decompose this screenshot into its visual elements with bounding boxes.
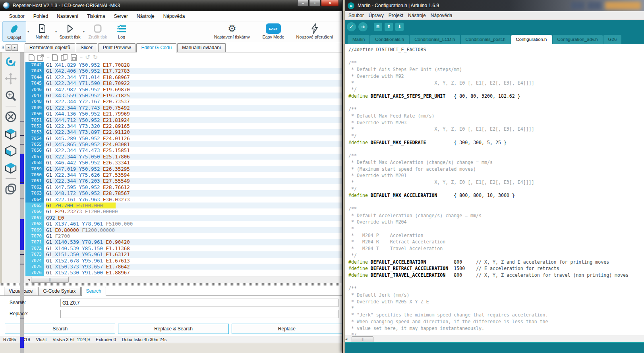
gcode-line[interactable]: 7064G1 X22.161 Y76.963 E30.03273 bbox=[25, 197, 342, 203]
upload-dropdown[interactable]: ▾ bbox=[54, 21, 58, 42]
minimize-button[interactable]: – bbox=[297, 0, 309, 7]
file-tab-configuration-adv-h[interactable]: Configuration_adv.h bbox=[553, 35, 603, 44]
file-tab-configuration-h[interactable]: Configuration.h bbox=[511, 35, 552, 44]
gcode-line[interactable]: 7053G1 X22.344 Y73.897 E22.91120 bbox=[25, 129, 342, 135]
spinner-left-button[interactable]: ◄ bbox=[6, 44, 12, 51]
minimize-button[interactable] bbox=[571, 2, 584, 10]
cube-front-icon[interactable] bbox=[4, 144, 17, 158]
gcode-line[interactable]: 7057G1 X22.344 Y75.050 E25.17806 bbox=[25, 154, 342, 160]
gcode-line[interactable]: 7067G92 E0 bbox=[25, 215, 342, 221]
upload-button[interactable]: Nahrát bbox=[30, 21, 54, 42]
tab-manu-ln-ovl-d-n-[interactable]: Manuální ovládání bbox=[177, 43, 226, 52]
gcode-line[interactable]: 7073G1 X151.350 Y95.961 E1.63121 bbox=[25, 251, 342, 257]
gcode-line[interactable]: 7068G1 X137.461 Y78.961 F5100.000 bbox=[25, 221, 342, 227]
start-print-dropdown[interactable]: ▾ bbox=[82, 21, 86, 42]
upload-arrow-icon[interactable]: ➜ bbox=[358, 22, 367, 31]
tab-rozm-st-n-objekt-[interactable]: Rozmístění objektů bbox=[25, 43, 75, 52]
file-tab-conditionals-h[interactable]: Conditionals.h bbox=[370, 35, 409, 44]
spinner-right-button[interactable]: ► bbox=[12, 44, 18, 51]
maximize-button[interactable] bbox=[588, 2, 601, 10]
gcode-line[interactable]: 7056G1 X22.344 Y74.473 E25.15851 bbox=[25, 147, 342, 153]
menu--pravy[interactable]: Úpravy bbox=[366, 12, 386, 19]
save-icon[interactable] bbox=[71, 54, 77, 61]
verify-check-icon[interactable]: ✓ bbox=[347, 22, 356, 31]
repetier-titlebar[interactable]: Repetier-Host V2.1.3 - LCD-cover-ORIGINA… bbox=[0, 0, 342, 11]
menu-n-pov-da[interactable]: Nápověda bbox=[159, 12, 190, 21]
fit-view-icon[interactable] bbox=[4, 110, 17, 123]
gcode-line[interactable]: 7054G1 X45.289 Y50.952 E24.01126 bbox=[25, 135, 342, 141]
menu-projekt[interactable]: Projekt bbox=[386, 12, 406, 19]
file-tab-g26[interactable]: G26 bbox=[603, 35, 622, 44]
gcode-line[interactable]: 7050G1 X44.136 Y50.952 E21.79969 bbox=[25, 111, 342, 117]
menu-n-stroje[interactable]: Nástroje bbox=[132, 12, 159, 21]
start-print-button[interactable]: Spustit tisk bbox=[58, 21, 82, 42]
replace-search-button[interactable]: Replace & Search bbox=[118, 324, 228, 334]
gcode-line[interactable]: 7059G1 X47.019 Y50.952 E26.35295 bbox=[25, 166, 342, 172]
tab-slicer[interactable]: Slicer bbox=[76, 43, 97, 52]
move-icon[interactable] bbox=[4, 72, 17, 85]
gcode-line[interactable]: 7058G1 X46.442 Y50.952 E26.33341 bbox=[25, 160, 342, 166]
code-editor[interactable]: //#define DISTINCT_E_FACTORS /** * Defau… bbox=[343, 44, 644, 336]
gcode-line[interactable]: 7047G1 X43.559 Y50.952 E19.71825 bbox=[25, 93, 342, 98]
copy-icon[interactable] bbox=[61, 54, 68, 61]
gcode-line[interactable]: 7042G1 X41.829 Y50.952 E17.70828 bbox=[25, 62, 342, 68]
gcode-line[interactable]: 7066G1 E29.23273 F1200.00000 bbox=[25, 208, 342, 214]
gcode-line[interactable]: 7069G1 E0.80000 F1200.00000 bbox=[25, 227, 342, 233]
gcode-line[interactable]: 7071G1 X140.539 Y78.961 E0.90420 bbox=[25, 239, 342, 245]
gcode-line[interactable]: 7045G1 X22.344 Y71.590 E18.70922 bbox=[25, 80, 342, 86]
bottom-tab-search[interactable]: Search bbox=[81, 287, 106, 296]
gcode-line[interactable]: 7062G1 X47.595 Y50.952 E28.76612 bbox=[25, 184, 342, 190]
printer-settings-button[interactable]: ⚙ Nastavení tiskárny bbox=[210, 21, 254, 42]
disconnect-dropdown[interactable]: ▾ bbox=[26, 21, 30, 42]
export-icon[interactable] bbox=[37, 54, 44, 61]
arduino-hscrollbar[interactable]: ◄ bbox=[343, 336, 644, 342]
bottom-tab-g-code-syntax[interactable]: G-Code Syntax bbox=[38, 287, 80, 295]
gcode-lines[interactable]: 7042G1 X41.829 Y50.952 E17.708287043G1 X… bbox=[25, 62, 342, 276]
open-file-icon[interactable] bbox=[52, 54, 58, 61]
gcode-line[interactable]: 7065G1 Z0.700 F5100.000 bbox=[25, 203, 342, 208]
gcode-line[interactable]: 7044G1 X22.344 Y71.014 E18.68967 bbox=[25, 74, 342, 80]
gcode-line[interactable]: 7048G1 X22.344 Y72.167 E20.73537 bbox=[25, 98, 342, 104]
gcode-line[interactable]: 7070G1 F2700 bbox=[25, 233, 342, 239]
menu-nastaven-[interactable]: Nastavení bbox=[52, 12, 83, 21]
zoom-icon[interactable] bbox=[4, 89, 17, 102]
gcode-line[interactable]: 7051G1 X44.712 Y50.952 E21.81924 bbox=[25, 117, 342, 123]
menu-n-pov-da[interactable]: Nápověda bbox=[428, 12, 455, 19]
new-sketch-icon[interactable]: 🗎 bbox=[374, 23, 382, 31]
replace-input[interactable] bbox=[60, 310, 338, 318]
gcode-line[interactable]: 7055G1 X45.865 Y50.952 E24.03081 bbox=[25, 141, 342, 147]
gcode-line[interactable]: 7060G1 X22.344 Y75.626 E27.53594 bbox=[25, 172, 342, 178]
save-sketch-icon[interactable]: ⬇ bbox=[395, 23, 404, 31]
menu-server[interactable]: Server bbox=[110, 12, 132, 21]
rotate-icon[interactable] bbox=[4, 55, 17, 68]
easy-mode-button[interactable]: EASY Easy Mode bbox=[259, 21, 287, 42]
gcode-line[interactable]: 7043G1 X42.406 Y50.952 E17.72783 bbox=[25, 68, 342, 74]
scroll-thumb[interactable] bbox=[31, 277, 69, 283]
gcode-line[interactable]: 7076G1 X152.530 Y91.500 E1.88967 bbox=[25, 270, 342, 276]
menu-tisk-rna[interactable]: Tiskárna bbox=[83, 12, 110, 21]
log-button[interactable]: Log bbox=[110, 21, 133, 42]
menu-n-stroje[interactable]: Nástroje bbox=[406, 12, 428, 19]
file-tab-marlin[interactable]: Marlin bbox=[348, 35, 369, 44]
menu-soubor[interactable]: Soubor bbox=[5, 12, 29, 21]
gcode-line[interactable]: 7074G1 X152.678 Y95.961 E1.67613 bbox=[25, 258, 342, 264]
gcode-line[interactable]: 7072G1 X140.539 Y85.150 E1.11368 bbox=[25, 245, 342, 251]
arduino-titlebar[interactable]: ∞ Marlin - Configuration.h | Arduino 1.6… bbox=[343, 0, 644, 11]
file-tab-conditionals-lcd-h[interactable]: Conditionals_LCD.h bbox=[410, 35, 460, 44]
tab-editor-g-codu[interactable]: Editor G-Codu bbox=[136, 43, 176, 52]
gcode-line[interactable]: 7063G1 X48.172 Y50.952 E28.78567 bbox=[25, 190, 342, 196]
replace-button[interactable]: Replace bbox=[232, 324, 342, 334]
gcode-line[interactable]: 7052G1 X22.344 Y73.320 E22.89165 bbox=[25, 123, 342, 129]
open-sketch-icon[interactable]: ⬆ bbox=[385, 23, 393, 31]
emergency-stop-button[interactable]: Nouzové přerušení bbox=[293, 21, 337, 42]
search-input[interactable] bbox=[60, 299, 338, 307]
maximize-button[interactable]: ▫ bbox=[309, 0, 321, 7]
scroll-left-arrow[interactable]: ◄ bbox=[343, 336, 350, 343]
tab-print-preview[interactable]: Print Preview bbox=[98, 43, 136, 52]
cube-iso-icon[interactable] bbox=[4, 127, 17, 141]
gcode-line[interactable]: 7049G1 X22.344 Y72.743 E20.75492 bbox=[25, 105, 342, 111]
gcode-line[interactable]: 7075G1 X150.373 Y93.657 E1.78642 bbox=[25, 264, 342, 270]
cube-top-icon[interactable] bbox=[4, 161, 17, 175]
menu-pohled[interactable]: Pohled bbox=[29, 12, 52, 21]
new-file-icon[interactable] bbox=[29, 54, 35, 61]
